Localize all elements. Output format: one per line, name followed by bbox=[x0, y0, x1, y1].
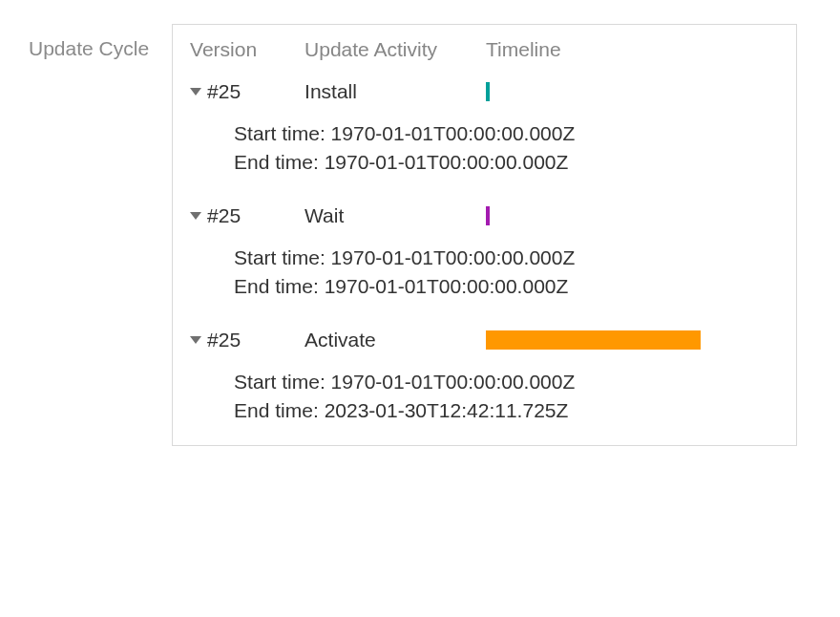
expand-toggle[interactable]: #25 bbox=[190, 204, 304, 227]
timeline-cell bbox=[486, 80, 779, 103]
end-time-value: 2023-01-30T12:42:11.725Z bbox=[325, 399, 569, 421]
caret-down-icon bbox=[190, 88, 201, 96]
header-activity: Update Activity bbox=[304, 38, 486, 61]
table-row: #25 Wait Start time: 1970-01-01T00:00:00… bbox=[190, 193, 779, 311]
header-version: Version bbox=[190, 38, 304, 61]
activity-text: Activate bbox=[304, 329, 486, 351]
caret-down-icon bbox=[190, 212, 201, 220]
timeline-cell bbox=[486, 204, 779, 227]
version-text: #25 bbox=[207, 80, 241, 103]
row-detail: Start time: 1970-01-01T00:00:00.000Z End… bbox=[190, 109, 779, 187]
table-row: #25 Activate Start time: 1970-01-01T00:0… bbox=[190, 317, 779, 436]
expand-toggle[interactable]: #25 bbox=[190, 329, 304, 351]
row-detail: Start time: 1970-01-01T00:00:00.000Z End… bbox=[190, 357, 779, 436]
end-time-label: End time: bbox=[234, 151, 319, 173]
table-header: Version Update Activity Timeline bbox=[190, 38, 779, 61]
timeline-cell bbox=[486, 329, 779, 351]
section-label: Update Cycle bbox=[29, 24, 149, 60]
end-time-value: 1970-01-01T00:00:00.000Z bbox=[325, 151, 569, 173]
timeline-bar bbox=[486, 330, 701, 350]
table-row: #25 Install Start time: 1970-01-01T00:00… bbox=[190, 69, 779, 187]
start-time-label: Start time: bbox=[234, 246, 326, 268]
update-cycle-panel: Version Update Activity Timeline #25 Ins… bbox=[172, 24, 797, 446]
header-timeline: Timeline bbox=[486, 38, 779, 61]
start-time-value: 1970-01-01T00:00:00.000Z bbox=[331, 246, 576, 268]
end-time-label: End time: bbox=[234, 399, 319, 421]
row-detail: Start time: 1970-01-01T00:00:00.000Z End… bbox=[190, 233, 779, 311]
end-time-label: End time: bbox=[234, 275, 319, 297]
version-text: #25 bbox=[207, 204, 241, 227]
timeline-bar bbox=[486, 82, 490, 101]
caret-down-icon bbox=[190, 336, 201, 344]
version-text: #25 bbox=[207, 329, 241, 351]
start-time-value: 1970-01-01T00:00:00.000Z bbox=[331, 371, 576, 393]
timeline-bar bbox=[486, 206, 490, 225]
activity-text: Install bbox=[304, 80, 486, 103]
end-time-value: 1970-01-01T00:00:00.000Z bbox=[325, 275, 569, 297]
expand-toggle[interactable]: #25 bbox=[190, 80, 304, 103]
start-time-value: 1970-01-01T00:00:00.000Z bbox=[331, 122, 576, 144]
activity-text: Wait bbox=[304, 204, 486, 227]
start-time-label: Start time: bbox=[234, 122, 326, 144]
start-time-label: Start time: bbox=[234, 371, 326, 393]
